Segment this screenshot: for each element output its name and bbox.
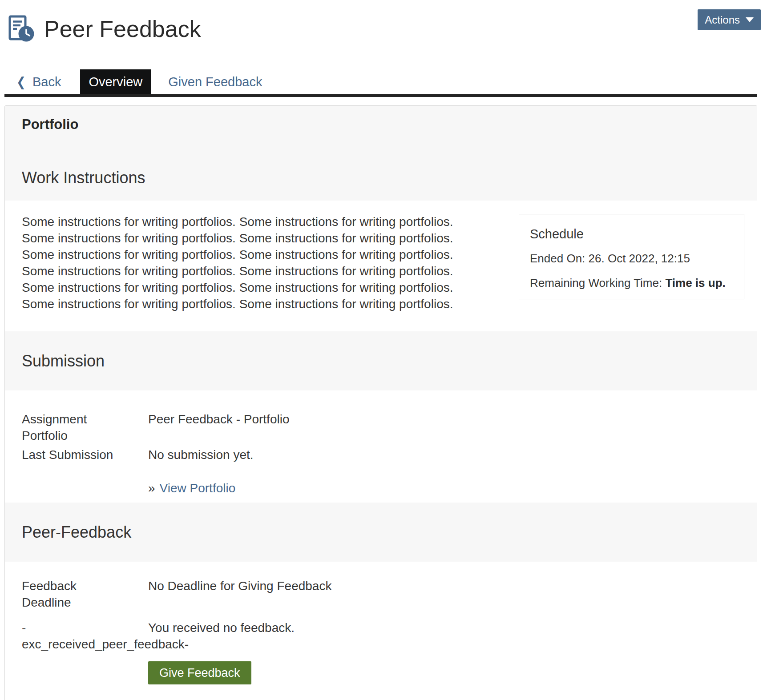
caret-down-icon xyxy=(746,17,754,22)
table-row: Give Feedback xyxy=(22,661,757,684)
peer-feedback-section: Feedback Deadline No Deadline for Giving… xyxy=(5,562,757,700)
exercise-page: Peer Feedback Actions ❮ Back Overview Gi… xyxy=(0,0,763,700)
row-label: Assignment Portfolio xyxy=(22,411,129,444)
chevron-left-icon: ❮ xyxy=(16,74,26,89)
instructions-paragraph: Some instructions for writing portfolios… xyxy=(22,263,469,312)
peer-feedback-heading: Peer-Feedback xyxy=(22,523,131,542)
row-label xyxy=(22,661,129,684)
row-value: »View Portfolio xyxy=(148,480,757,496)
double-angle-icon: » xyxy=(148,481,155,495)
row-label xyxy=(22,480,129,496)
row-value: You received no feedback. xyxy=(148,620,757,652)
instructions-paragraph: Some instructions for writing portfolios… xyxy=(22,213,469,263)
instructions-text: Some instructions for writing portfolios… xyxy=(22,213,469,312)
schedule-box: Schedule Ended On: 26. Oct 2022, 12:15 R… xyxy=(519,214,744,299)
tab-bar: ❮ Back Overview Given Feedback xyxy=(4,69,757,97)
submission-header-band: Submission xyxy=(5,331,757,390)
back-link[interactable]: ❮ Back xyxy=(16,69,61,94)
page-title: Peer Feedback xyxy=(44,16,201,42)
actions-button-label: Actions xyxy=(705,14,740,26)
row-value: Give Feedback xyxy=(148,661,757,684)
back-link-label: Back xyxy=(32,75,61,89)
submission-heading: Submission xyxy=(22,352,105,370)
tab-overview[interactable]: Overview xyxy=(80,69,151,94)
work-instructions-heading: Work Instructions xyxy=(22,168,740,188)
tab-given-feedback[interactable]: Given Feedback xyxy=(168,69,262,94)
portfolio-header-band: Portfolio Work Instructions xyxy=(5,106,757,201)
ended-on-label: Ended On: xyxy=(530,252,585,265)
table-row: -exc_received_peer_feedback- You receive… xyxy=(22,620,757,652)
table-row: »View Portfolio xyxy=(22,480,757,496)
row-label: Feedback Deadline xyxy=(22,578,129,611)
exercise-clock-icon xyxy=(8,15,34,42)
row-value: No submission yet. xyxy=(148,447,757,463)
submission-section: Assignment Portfolio Peer Feedback - Por… xyxy=(5,390,757,503)
remaining-time-label: Remaining Working Time: xyxy=(530,276,662,290)
content-panel: Portfolio Work Instructions Some instruc… xyxy=(4,105,757,700)
schedule-remaining-time: Remaining Working Time: Time is up. xyxy=(530,275,735,291)
row-value: No Deadline for Giving Feedback xyxy=(148,578,757,611)
schedule-heading: Schedule xyxy=(530,226,735,242)
portfolio-title: Portfolio xyxy=(22,116,740,133)
view-portfolio-link[interactable]: View Portfolio xyxy=(160,481,236,495)
schedule-ended-on: Ended On: 26. Oct 2022, 12:15 xyxy=(530,250,735,266)
row-label: Last Submission xyxy=(22,447,129,463)
remaining-time-value: Time is up. xyxy=(665,276,725,290)
table-row: Last Submission No submission yet. xyxy=(22,447,757,463)
actions-button[interactable]: Actions xyxy=(698,9,761,30)
row-label: -exc_received_peer_feedback- xyxy=(22,620,129,652)
table-row: Assignment Portfolio Peer Feedback - Por… xyxy=(22,411,757,444)
page-header: Peer Feedback Actions xyxy=(0,0,763,48)
row-value: Peer Feedback - Portfolio xyxy=(148,411,757,444)
ended-on-value: 26. Oct 2022, 12:15 xyxy=(589,252,690,265)
table-row: Feedback Deadline No Deadline for Giving… xyxy=(22,578,757,611)
peer-feedback-header-band: Peer-Feedback xyxy=(5,503,757,562)
give-feedback-button[interactable]: Give Feedback xyxy=(148,661,251,684)
work-instructions-section: Some instructions for writing portfolios… xyxy=(5,201,757,331)
